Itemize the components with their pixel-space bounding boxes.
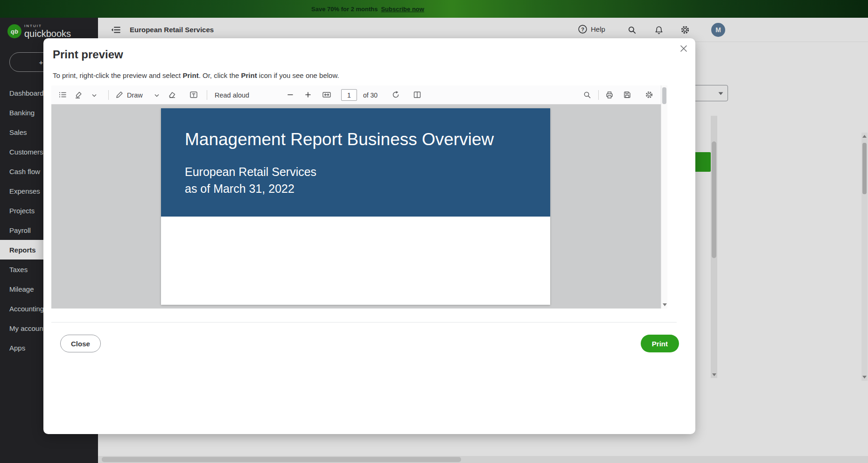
fit-to-width-icon[interactable]: [322, 90, 332, 100]
app-root: Save 70% for 2 months Subscribe now qb I…: [0, 0, 868, 463]
footer-divider: [51, 322, 677, 323]
pdf-settings-icon[interactable]: [644, 90, 654, 100]
pdf-toolbar: Draw Read aloud: [51, 85, 661, 105]
close-button[interactable]: Close: [60, 335, 101, 352]
zoom-in-icon[interactable]: [303, 90, 313, 100]
report-company: European Retail Services: [185, 163, 316, 180]
instruction-text: icon if you see one below.: [257, 71, 339, 79]
zoom-out-icon[interactable]: [285, 90, 295, 100]
highlighter-icon[interactable]: [73, 90, 84, 100]
pdf-search-icon[interactable]: [582, 90, 592, 100]
pdf-scrollbar[interactable]: [661, 85, 667, 309]
highlighter-chevron-icon[interactable]: [91, 92, 97, 98]
instruction-text: To print, right-click the preview and se…: [53, 71, 182, 79]
pdf-content-area: Management Report Business Overview Euro…: [51, 105, 661, 309]
pdf-page: Management Report Business Overview Euro…: [161, 108, 550, 305]
pdf-save-icon[interactable]: [622, 90, 632, 100]
add-text-icon[interactable]: [189, 90, 199, 100]
instruction-text: . Or, click the: [199, 71, 241, 79]
draw-chevron-icon[interactable]: [154, 92, 160, 98]
close-icon[interactable]: [678, 43, 689, 54]
read-aloud-button[interactable]: Read aloud: [215, 85, 249, 105]
eraser-icon[interactable]: [167, 90, 177, 100]
instruction-bold: Print: [241, 71, 257, 79]
pdf-print-icon[interactable]: [604, 90, 615, 100]
table-of-contents-icon[interactable]: [57, 90, 68, 100]
rotate-icon[interactable]: [391, 90, 401, 100]
modal-instruction: To print, right-click the preview and se…: [53, 71, 339, 79]
draw-pen-icon[interactable]: [114, 90, 125, 100]
scrollbar-thumb[interactable]: [662, 87, 666, 104]
print-button[interactable]: Print: [641, 335, 679, 352]
print-preview-modal: Print preview To print, right-click the …: [43, 38, 695, 434]
draw-label[interactable]: Draw: [127, 85, 143, 105]
instruction-bold: Print: [182, 71, 198, 79]
page-count-label: of 30: [363, 85, 378, 105]
page-number-input[interactable]: [341, 89, 357, 101]
scroll-down-icon[interactable]: [663, 303, 667, 306]
report-cover-band: Management Report Business Overview Euro…: [161, 108, 550, 217]
pdf-viewer: Draw Read aloud: [51, 85, 667, 309]
modal-title: Print preview: [53, 48, 123, 61]
page-view-icon[interactable]: [412, 90, 422, 100]
report-title: Management Report Business Overview: [185, 130, 494, 149]
report-date: as of March 31, 2022: [185, 180, 316, 197]
